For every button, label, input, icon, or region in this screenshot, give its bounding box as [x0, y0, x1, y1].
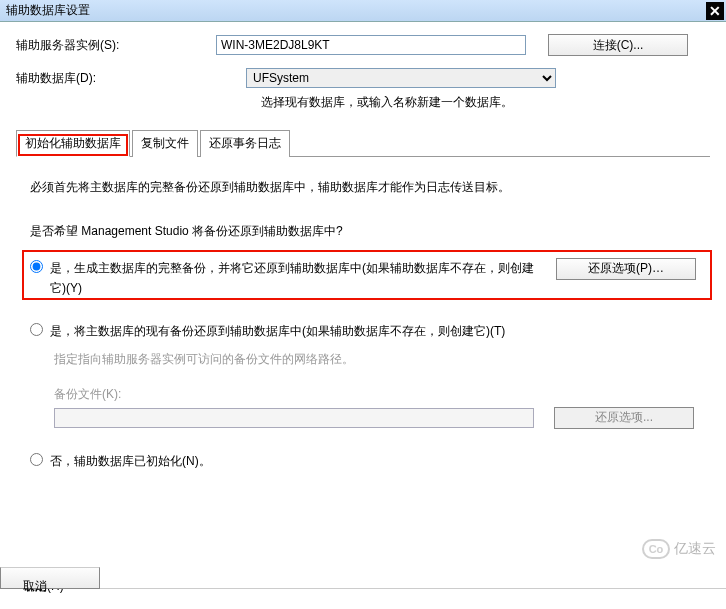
close-icon[interactable]: ✕ [706, 2, 724, 20]
tab-strip: 初始化辅助数据库 复制文件 还原事务日志 [16, 129, 710, 157]
tab-restore-log[interactable]: 还原事务日志 [200, 130, 290, 157]
radio-label-already-init: 否，辅助数据库已初始化(N)。 [50, 451, 696, 471]
window-title: 辅助数据库设置 [6, 2, 90, 19]
dialog-body: 辅助服务器实例(S): 连接(C)... 辅助数据库(D): UFSystem … [0, 22, 726, 471]
secondary-db-label: 辅助数据库(D): [16, 70, 246, 87]
dialog-footer: 帮助(H) 确定 取消 [0, 588, 726, 599]
watermark: Co 亿速云 [642, 539, 716, 559]
tab-copy-files[interactable]: 复制文件 [132, 130, 198, 157]
radio-option-generate-backup[interactable]: 是，生成主数据库的完整备份，并将它还原到辅助数据库中(如果辅助数据库不存在，则创… [30, 258, 696, 299]
backup-file-label: 备份文件(K): [54, 386, 696, 403]
cancel-button[interactable]: 取消 [0, 567, 100, 589]
radio-input-existing[interactable] [30, 323, 43, 336]
radio-option-already-init[interactable]: 否，辅助数据库已初始化(N)。 [30, 451, 696, 471]
network-path-label: 指定指向辅助服务器实例可访问的备份文件的网络路径。 [54, 351, 696, 368]
secondary-db-select[interactable]: UFSystem [246, 68, 556, 88]
radio-option-existing-backup[interactable]: 是，将主数据库的现有备份还原到辅助数据库中(如果辅助数据库不存在，则创建它)(T… [30, 321, 696, 341]
watermark-icon: Co [642, 539, 670, 559]
watermark-text: 亿速云 [674, 540, 716, 558]
connect-button[interactable]: 连接(C)... [548, 34, 688, 56]
tab-panel-init: 必须首先将主数据库的完整备份还原到辅助数据库中，辅助数据库才能作为日志传送目标。… [16, 165, 710, 471]
intro-text: 必须首先将主数据库的完整备份还原到辅助数据库中，辅助数据库才能作为日志传送目标。 [30, 177, 696, 197]
radio-input-generate[interactable] [30, 260, 43, 273]
question-text: 是否希望 Management Studio 将备份还原到辅助数据库中? [30, 221, 696, 241]
server-instance-input[interactable] [216, 35, 526, 55]
tab-init[interactable]: 初始化辅助数据库 [16, 130, 130, 157]
title-bar: 辅助数据库设置 ✕ [0, 0, 726, 22]
restore-options-button[interactable]: 还原选项(P)… [556, 258, 696, 280]
restore-options-button-2: 还原选项... [554, 407, 694, 429]
server-instance-label: 辅助服务器实例(S): [16, 37, 216, 54]
existing-backup-subsection: 指定指向辅助服务器实例可访问的备份文件的网络路径。 备份文件(K): 还原选项.… [54, 351, 696, 429]
backup-file-input [54, 408, 534, 428]
radio-input-already-init[interactable] [30, 453, 43, 466]
radio-label-generate: 是，生成主数据库的完整备份，并将它还原到辅助数据库中(如果辅助数据库不存在，则创… [50, 258, 556, 299]
db-hint-text: 选择现有数据库，或输入名称新建一个数据库。 [261, 94, 710, 111]
radio-label-existing: 是，将主数据库的现有备份还原到辅助数据库中(如果辅助数据库不存在，则创建它)(T… [50, 321, 696, 341]
